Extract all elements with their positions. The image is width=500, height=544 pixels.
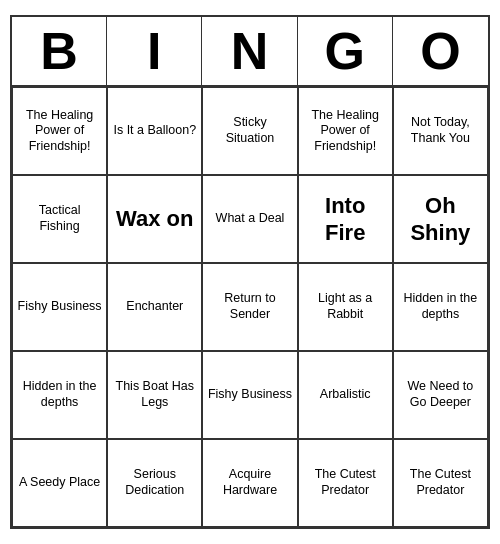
bingo-letter-b: B bbox=[12, 17, 107, 85]
bingo-letter-n: N bbox=[202, 17, 297, 85]
bingo-letter-o: O bbox=[393, 17, 488, 85]
bingo-cell-20: A Seedy Place bbox=[12, 439, 107, 527]
bingo-cell-7: What a Deal bbox=[202, 175, 297, 263]
bingo-cell-17: Fishy Business bbox=[202, 351, 297, 439]
bingo-cell-24: The Cutest Predator bbox=[393, 439, 488, 527]
bingo-cell-5: Tactical Fishing bbox=[12, 175, 107, 263]
bingo-cell-13: Light as a Rabbit bbox=[298, 263, 393, 351]
bingo-cell-9: Oh Shiny bbox=[393, 175, 488, 263]
bingo-cell-6: Wax on bbox=[107, 175, 202, 263]
bingo-cell-10: Fishy Business bbox=[12, 263, 107, 351]
bingo-cell-11: Enchanter bbox=[107, 263, 202, 351]
bingo-cell-12: Return to Sender bbox=[202, 263, 297, 351]
bingo-cell-16: This Boat Has Legs bbox=[107, 351, 202, 439]
bingo-cell-0: The Healing Power of Friendship! bbox=[12, 87, 107, 175]
bingo-card: BINGO The Healing Power of Friendship!Is… bbox=[10, 15, 490, 529]
bingo-grid: The Healing Power of Friendship!Is It a … bbox=[12, 87, 488, 527]
bingo-cell-18: Arbalistic bbox=[298, 351, 393, 439]
bingo-cell-3: The Healing Power of Friendship! bbox=[298, 87, 393, 175]
bingo-cell-2: Sticky Situation bbox=[202, 87, 297, 175]
bingo-cell-14: Hidden in the depths bbox=[393, 263, 488, 351]
bingo-letter-g: G bbox=[298, 17, 393, 85]
bingo-cell-8: Into Fire bbox=[298, 175, 393, 263]
bingo-cell-19: We Need to Go Deeper bbox=[393, 351, 488, 439]
bingo-letter-i: I bbox=[107, 17, 202, 85]
bingo-cell-21: Serious Dedication bbox=[107, 439, 202, 527]
bingo-header: BINGO bbox=[12, 17, 488, 87]
bingo-cell-1: Is It a Balloon? bbox=[107, 87, 202, 175]
bingo-cell-22: Acquire Hardware bbox=[202, 439, 297, 527]
bingo-cell-15: Hidden in the depths bbox=[12, 351, 107, 439]
bingo-cell-4: Not Today, Thank You bbox=[393, 87, 488, 175]
bingo-cell-23: The Cutest Predator bbox=[298, 439, 393, 527]
